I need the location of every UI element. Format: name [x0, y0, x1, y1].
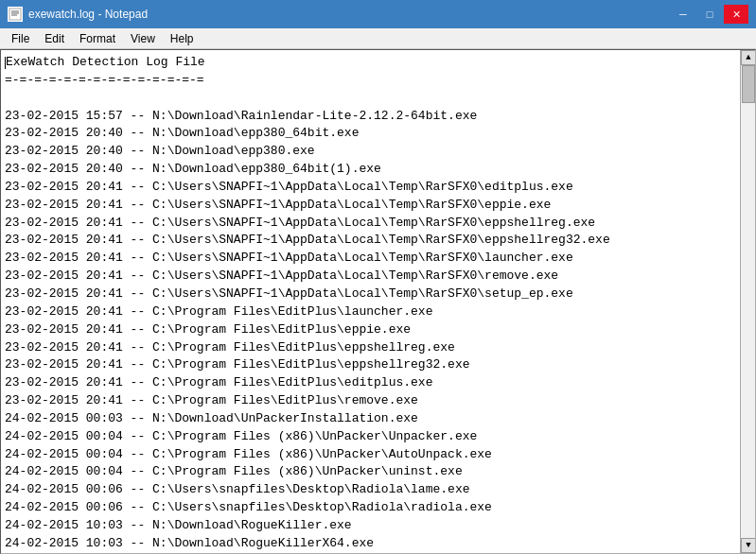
menu-bar: File Edit Format View Help [0, 28, 756, 49]
minimize-button[interactable]: ─ [671, 5, 695, 24]
title-bar-left: exewatch.log - Notepad [8, 7, 148, 22]
scroll-up-button[interactable]: ▲ [741, 50, 756, 65]
close-button[interactable]: ✕ [724, 5, 748, 24]
editor-container: ExeWatch Detection Log File =-=-=-=-=-=-… [0, 49, 756, 554]
restore-button[interactable]: □ [697, 5, 722, 24]
menu-edit[interactable]: Edit [37, 28, 72, 48]
scroll-down-button[interactable]: ▼ [741, 538, 756, 553]
menu-view[interactable]: View [123, 28, 163, 48]
title-controls: ─ □ ✕ [671, 5, 748, 24]
window-title: exewatch.log - Notepad [28, 8, 148, 21]
svg-rect-0 [9, 9, 21, 20]
menu-format[interactable]: Format [72, 28, 123, 48]
notepad-icon [8, 7, 23, 22]
menu-file[interactable]: File [4, 28, 37, 48]
menu-help[interactable]: Help [163, 28, 202, 48]
editor-textarea[interactable]: ExeWatch Detection Log File =-=-=-=-=-=-… [1, 50, 740, 553]
vertical-scrollbar[interactable]: ▲ ▼ [740, 50, 755, 553]
scroll-thumb[interactable] [742, 65, 755, 103]
scroll-track[interactable] [741, 65, 755, 538]
title-bar: exewatch.log - Notepad ─ □ ✕ [0, 0, 756, 28]
